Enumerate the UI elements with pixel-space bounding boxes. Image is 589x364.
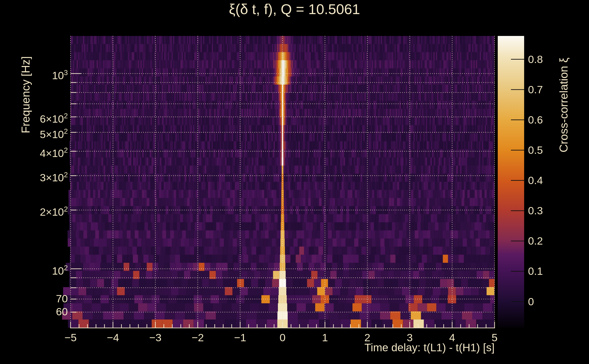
plot-title: ξ(δ t, f), Q = 10.5061: [0, 1, 589, 17]
figure-page: ξ(δ t, f), Q = 10.5061 Time delay: t(L1)…: [0, 0, 589, 364]
colorbar-tick-label: 0: [528, 295, 578, 309]
y-tick-label: 102: [13, 261, 68, 278]
x-tick-label: −4: [97, 331, 129, 344]
y-tick-label: 60: [13, 305, 68, 319]
colorbar-tick-label: 0.4: [528, 173, 578, 188]
y-tick-label: 6×102: [13, 110, 68, 126]
colorbar-tick-label: 0.7: [528, 83, 578, 97]
y-tick-label: 70: [13, 292, 68, 306]
x-tick-label: −1: [224, 331, 256, 344]
colorbar-tick-label: 0.6: [528, 113, 578, 127]
colorbar-tick-label: 0.2: [528, 234, 578, 248]
x-tick-label: 0: [267, 331, 299, 344]
colorbar-tick-label: 0.3: [528, 204, 578, 218]
x-tick-label: −2: [182, 331, 214, 344]
colorbar-tick-label: 0.5: [528, 143, 578, 157]
y-tick-label: 5×102: [13, 125, 68, 142]
x-tick-label: 2: [351, 331, 383, 344]
y-tick-label: 3×102: [13, 168, 68, 185]
x-tick-label: 4: [436, 331, 468, 344]
colorbar-tick-label: 0.8: [528, 52, 578, 66]
colorbar-tick-label: 0.1: [528, 264, 578, 278]
x-tick-label: 5: [479, 331, 510, 344]
y-tick-label: 103: [13, 66, 68, 83]
x-tick-label: −3: [139, 331, 171, 344]
y-tick-label: 2×102: [13, 202, 68, 219]
x-tick-label: 1: [309, 331, 341, 344]
y-tick-label: 4×102: [13, 144, 68, 160]
x-tick-label: −5: [55, 331, 86, 344]
heatmap-plot-area: [0, 0, 589, 364]
x-tick-label: 3: [394, 331, 425, 344]
